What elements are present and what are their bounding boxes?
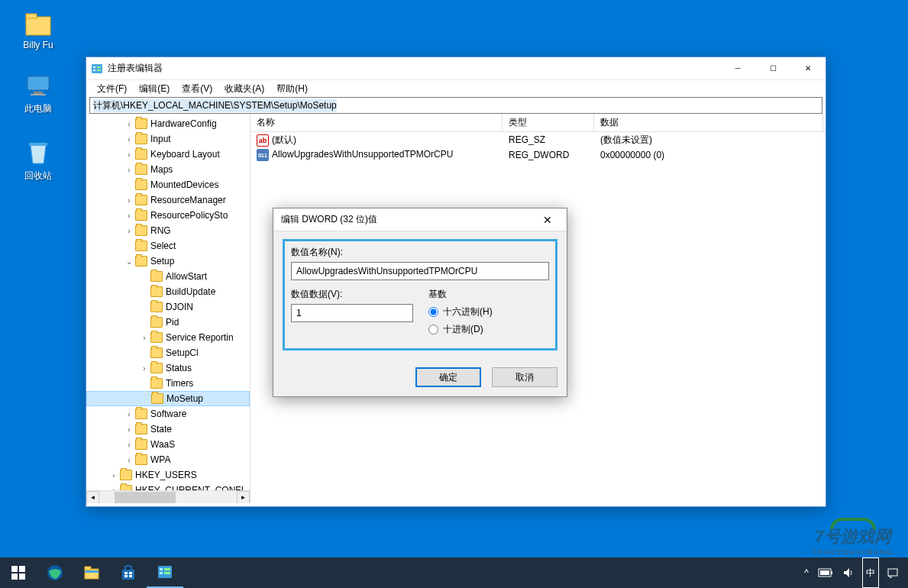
menu-file[interactable]: 文件(F) bbox=[91, 81, 133, 97]
menu-view[interactable]: 查看(V) bbox=[176, 81, 218, 97]
maximize-button[interactable]: ☐ bbox=[755, 57, 790, 80]
list-row[interactable]: 011AllowUpgradesWithUnsupportedTPMOrCPUR… bbox=[250, 147, 826, 163]
tree-item[interactable]: Pid bbox=[86, 315, 250, 330]
taskbar-store[interactable] bbox=[110, 557, 147, 588]
ok-button[interactable]: 确定 bbox=[415, 367, 481, 387]
tray-notifications-icon[interactable] bbox=[882, 557, 903, 588]
tree-expand-icon[interactable]: › bbox=[124, 410, 134, 418]
dialog-close-button[interactable]: ✕ bbox=[536, 208, 559, 231]
tree-item[interactable]: Timers bbox=[86, 376, 250, 391]
svg-rect-5 bbox=[29, 143, 47, 146]
tree-item[interactable]: ›State bbox=[86, 422, 250, 437]
tree-item[interactable]: ›HKEY_USERS bbox=[86, 467, 250, 483]
tree-item[interactable]: ›Maps bbox=[86, 162, 250, 177]
minimize-button[interactable]: ─ bbox=[720, 57, 755, 80]
svg-rect-1 bbox=[26, 14, 37, 18]
list-row[interactable]: ab(默认)REG_SZ(数值未设置) bbox=[250, 132, 826, 147]
desktop-icon-user[interactable]: Billy Fu bbox=[9, 8, 67, 50]
computer-icon bbox=[23, 70, 53, 101]
tree-item[interactable]: AllowStart bbox=[86, 269, 250, 284]
close-button[interactable]: ✕ bbox=[790, 57, 826, 80]
tree-item[interactable]: ›Input bbox=[86, 131, 250, 147]
tree-expand-icon[interactable]: › bbox=[124, 212, 134, 220]
tree-item-label: Input bbox=[150, 134, 171, 144]
svg-rect-16 bbox=[85, 569, 99, 579]
svg-rect-9 bbox=[97, 66, 101, 68]
col-header-data[interactable]: 数据 bbox=[594, 114, 823, 131]
tree-panel[interactable]: ›HardwareConfig›Input›Keyboard Layout›Ma… bbox=[86, 114, 250, 503]
horizontal-scrollbar[interactable]: ◄ ► bbox=[86, 490, 250, 503]
tree-expand-icon[interactable]: › bbox=[124, 425, 134, 434]
tree-expand-icon[interactable]: › bbox=[124, 196, 134, 205]
tray-volume-icon[interactable] bbox=[838, 557, 859, 588]
tray-battery-icon[interactable] bbox=[813, 557, 838, 588]
dialog-title: 编辑 DWORD (32 位)值 bbox=[281, 213, 536, 226]
tree-item-label: BuildUpdate bbox=[166, 286, 215, 297]
tree-item[interactable]: ›HardwareConfig bbox=[86, 116, 250, 131]
start-button[interactable] bbox=[0, 557, 37, 588]
tree-item[interactable]: MoSetup bbox=[86, 391, 250, 406]
cancel-button[interactable]: 取消 bbox=[492, 367, 557, 387]
radio-hexadecimal[interactable]: 十六进制(H) bbox=[428, 305, 549, 318]
taskbar-regedit-active[interactable] bbox=[147, 557, 183, 588]
tree-item[interactable]: ›WPA bbox=[86, 452, 250, 467]
col-header-name[interactable]: 名称 bbox=[250, 114, 502, 131]
tree-expand-icon[interactable]: › bbox=[124, 227, 134, 235]
tree-item[interactable]: Select bbox=[86, 238, 250, 254]
tree-expand-icon[interactable]: › bbox=[124, 150, 134, 159]
value-data-input[interactable] bbox=[291, 304, 413, 322]
desktop-icon-this-pc[interactable]: 此电脑 bbox=[9, 70, 67, 115]
radio-dec-input[interactable] bbox=[428, 325, 438, 334]
menu-favorites[interactable]: 收藏夹(A) bbox=[218, 81, 270, 97]
svg-rect-11 bbox=[11, 566, 18, 572]
radio-hex-input[interactable] bbox=[428, 307, 438, 317]
taskbar-edge[interactable] bbox=[37, 557, 73, 588]
titlebar[interactable]: 注册表编辑器 ─ ☐ ✕ bbox=[86, 57, 826, 80]
tree-expand-icon[interactable]: › bbox=[124, 120, 134, 128]
col-header-type[interactable]: 类型 bbox=[502, 114, 594, 131]
svg-rect-30 bbox=[831, 571, 832, 574]
tree-item[interactable]: ›Status bbox=[86, 360, 250, 376]
address-bar[interactable]: 计算机\HKEY_LOCAL_MACHINE\SYSTEM\Setup\MoSe… bbox=[89, 97, 822, 114]
radio-decimal[interactable]: 十进制(D) bbox=[428, 323, 549, 336]
tree-item[interactable]: BuildUpdate bbox=[86, 284, 250, 299]
svg-rect-10 bbox=[97, 69, 101, 71]
tree-expand-icon[interactable]: › bbox=[140, 334, 149, 342]
tree-item[interactable]: ⌄Setup bbox=[86, 254, 250, 269]
desktop-icon-recycle-bin[interactable]: 回收站 bbox=[9, 137, 67, 183]
folder-icon bbox=[135, 409, 147, 419]
menu-edit[interactable]: 编辑(E) bbox=[133, 81, 176, 97]
tree-item[interactable]: ›ResourcePolicySto bbox=[86, 208, 250, 223]
tree-expand-icon[interactable]: › bbox=[140, 364, 149, 373]
scroll-thumb[interactable] bbox=[115, 492, 176, 503]
tree-item[interactable]: ›ResourceManager bbox=[86, 192, 250, 208]
desktop-icon-label: 回收站 bbox=[9, 170, 67, 183]
tray-ime[interactable]: 中 bbox=[862, 557, 879, 588]
scroll-left-button[interactable]: ◄ bbox=[86, 491, 99, 503]
tree-item[interactable]: MountedDevices bbox=[86, 177, 250, 192]
tray-expand-icon[interactable]: ^ bbox=[800, 557, 813, 588]
value-name-input[interactable] bbox=[291, 262, 549, 280]
tree-item[interactable]: ›Service Reportin bbox=[86, 330, 250, 345]
tree-expand-icon[interactable]: › bbox=[124, 135, 134, 144]
tree-item[interactable]: ›Software bbox=[86, 406, 250, 422]
tree-expand-icon[interactable]: ⌄ bbox=[124, 257, 134, 266]
menu-help[interactable]: 帮助(H) bbox=[270, 81, 314, 97]
tree-expand-icon[interactable]: › bbox=[124, 456, 134, 464]
tree-item[interactable]: SetupCl bbox=[86, 345, 250, 360]
tree-expand-icon[interactable]: › bbox=[124, 441, 134, 449]
tree-item[interactable]: DJOIN bbox=[86, 299, 250, 315]
scroll-right-button[interactable]: ► bbox=[237, 491, 250, 503]
tree-item[interactable]: ›Keyboard Layout bbox=[86, 147, 250, 162]
folder-icon bbox=[150, 363, 163, 373]
dialog-titlebar[interactable]: 编辑 DWORD (32 位)值 ✕ bbox=[273, 208, 567, 231]
tree-item[interactable]: ›RNG bbox=[86, 223, 250, 238]
tree-expand-icon[interactable]: › bbox=[124, 166, 134, 174]
tree-item[interactable]: ›WaaS bbox=[86, 437, 250, 452]
svg-rect-0 bbox=[26, 17, 50, 35]
tree-expand-icon[interactable]: › bbox=[109, 471, 118, 480]
svg-rect-18 bbox=[85, 570, 99, 573]
taskbar-explorer[interactable] bbox=[73, 557, 110, 588]
folder-icon bbox=[135, 439, 147, 450]
svg-rect-27 bbox=[164, 568, 170, 570]
